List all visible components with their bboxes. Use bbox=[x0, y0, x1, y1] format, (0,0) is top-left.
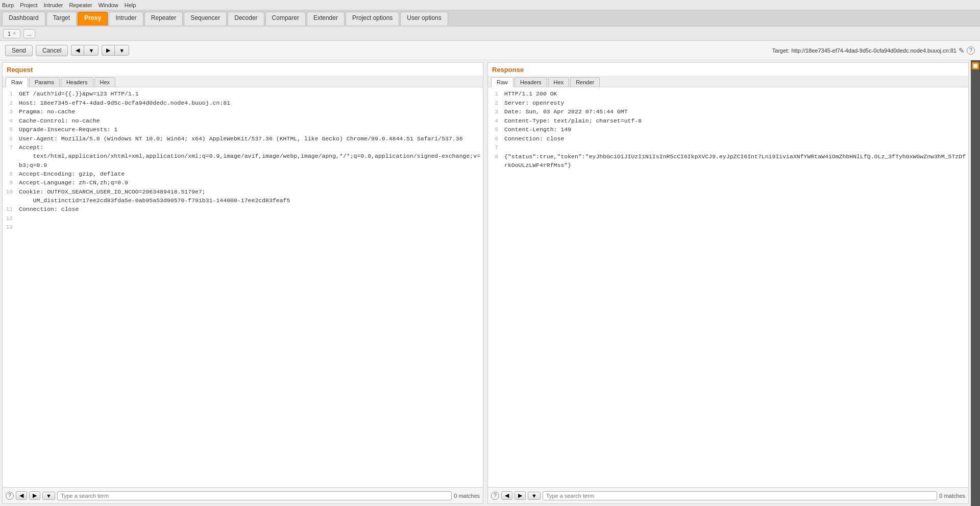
request-search-matches: 0 matches bbox=[454, 493, 480, 499]
table-row: 4 Cache-Control: no-cache bbox=[3, 116, 483, 126]
table-row: 2 Host: 18ee7345-ef74-4dad-9d5c-0cfa94d0… bbox=[3, 99, 483, 108]
table-row: 1 GET /auth?id={{.}}&pw=123 HTTP/1.1 bbox=[3, 89, 483, 99]
side-widget-icon[interactable] bbox=[972, 62, 979, 69]
response-search-help-icon[interactable]: ? bbox=[491, 492, 499, 500]
close-icon[interactable]: × bbox=[13, 31, 16, 36]
help-icon[interactable]: ? bbox=[967, 46, 975, 55]
tab-decoder[interactable]: Decoder bbox=[228, 12, 264, 26]
request-title: Request bbox=[3, 63, 483, 76]
request-search-options[interactable]: ▼ bbox=[42, 492, 55, 500]
request-tab-bar: Raw Params Headers Hex bbox=[3, 76, 483, 87]
request-panel: Request Raw Params Headers Hex 1 GET /au… bbox=[2, 62, 483, 504]
nav-next-group: ▶ ▼ bbox=[102, 45, 129, 56]
menu-intruder[interactable]: Intruder bbox=[44, 2, 63, 8]
response-title: Response bbox=[488, 63, 968, 76]
menu-help[interactable]: Help bbox=[125, 2, 136, 8]
tab-target[interactable]: Target bbox=[46, 12, 77, 26]
repeater-tab-1[interactable]: 1 × bbox=[3, 29, 20, 38]
table-row: 7 bbox=[488, 143, 968, 152]
menu-repeater[interactable]: Repeater bbox=[69, 2, 92, 8]
table-row: 11 Connection: close bbox=[3, 205, 483, 214]
response-tab-headers[interactable]: Headers bbox=[514, 77, 547, 87]
tab-repeater[interactable]: Repeater bbox=[144, 12, 183, 26]
tab-extender[interactable]: Extender bbox=[307, 12, 345, 26]
table-row: 4 Content-Type: text/plain; charset=utf-… bbox=[488, 116, 968, 126]
table-row: 1 HTTP/1.1 200 OK bbox=[488, 89, 968, 99]
table-row: 7 Accept: text/html,application/xhtml+xm… bbox=[3, 143, 483, 170]
table-row: 8 {"status":true,"token":"eyJhbGciOiJIUz… bbox=[488, 152, 968, 170]
repeater-tab-ellipsis[interactable]: ... bbox=[23, 29, 35, 38]
edit-icon[interactable]: ✎ bbox=[959, 46, 965, 55]
cancel-button[interactable]: Cancel bbox=[36, 45, 68, 56]
table-row: 10 Cookie: OUTFOX_SEARCH_USER_ID_NCOO=20… bbox=[3, 187, 483, 205]
menu-bar: Burp Project Intruder Repeater Window He… bbox=[0, 0, 980, 10]
response-tab-raw[interactable]: Raw bbox=[491, 77, 513, 87]
request-search-help-icon[interactable]: ? bbox=[6, 492, 14, 500]
nav-prev-dropdown[interactable]: ▼ bbox=[84, 45, 99, 56]
table-row: 3 Date: Sun, 03 Apr 2022 07:45:44 GMT bbox=[488, 107, 968, 116]
send-button[interactable]: Send bbox=[5, 45, 33, 56]
tab-sequencer[interactable]: Sequencer bbox=[184, 12, 227, 26]
tab-project-options[interactable]: Project options bbox=[346, 12, 399, 26]
repeater-tab-label: 1 bbox=[8, 31, 11, 37]
svg-rect-0 bbox=[973, 64, 977, 68]
nav-next-dropdown[interactable]: ▼ bbox=[114, 45, 129, 56]
side-widget bbox=[971, 60, 980, 506]
request-search-input[interactable] bbox=[57, 491, 452, 500]
table-row: 5 Upgrade-Insecure-Requests: 1 bbox=[3, 125, 483, 134]
response-tab-render[interactable]: Render bbox=[570, 77, 600, 87]
response-search-input[interactable] bbox=[543, 491, 937, 500]
menu-window[interactable]: Window bbox=[99, 2, 118, 8]
table-row: 6 Connection: close bbox=[488, 134, 968, 143]
request-tab-hex[interactable]: Hex bbox=[94, 77, 116, 87]
target-info: Target: http://18ee7345-ef74-4dad-9d5c-0… bbox=[772, 46, 975, 55]
response-search-next[interactable]: ▶ bbox=[514, 491, 526, 500]
request-tab-params[interactable]: Params bbox=[29, 77, 60, 87]
response-search-matches: 0 matches bbox=[939, 493, 965, 499]
response-tab-hex[interactable]: Hex bbox=[548, 77, 570, 87]
target-label: Target: bbox=[772, 47, 790, 54]
table-row: 5 Content-Length: 149 bbox=[488, 125, 968, 134]
tab-proxy[interactable]: Proxy bbox=[78, 12, 108, 26]
main-tab-bar: Dashboard Target Proxy Intruder Repeater… bbox=[0, 10, 980, 27]
tab-comparer[interactable]: Comparer bbox=[265, 12, 306, 26]
table-row: 2 Server: openresty bbox=[488, 99, 968, 108]
table-row: 12 bbox=[3, 214, 483, 223]
table-row: 6 User-Agent: Mozilla/5.0 (Windows NT 10… bbox=[3, 134, 483, 143]
tab-intruder[interactable]: Intruder bbox=[109, 12, 143, 26]
tab-dashboard[interactable]: Dashboard bbox=[2, 12, 45, 26]
target-url: http://18ee7345-ef74-4dad-9d5c-0cfa94d0d… bbox=[791, 47, 957, 54]
toolbar: Send Cancel ◀ ▼ ▶ ▼ Target: http://18ee7… bbox=[0, 41, 980, 60]
request-tab-raw[interactable]: Raw bbox=[6, 77, 28, 87]
repeater-tab-bar: 1 × ... bbox=[0, 27, 980, 41]
table-row: 13 bbox=[3, 223, 483, 232]
request-search-next[interactable]: ▶ bbox=[29, 491, 40, 500]
menu-project[interactable]: Project bbox=[20, 2, 37, 8]
response-tab-bar: Raw Headers Hex Render bbox=[488, 76, 968, 87]
main-content: Request Raw Params Headers Hex 1 GET /au… bbox=[0, 60, 980, 506]
response-code-area[interactable]: 1 HTTP/1.1 200 OK 2 Server: openresty 3 … bbox=[488, 87, 968, 487]
tab-user-options[interactable]: User options bbox=[400, 12, 448, 26]
table-row: 3 Pragma: no-cache bbox=[3, 107, 483, 116]
table-row: 8 Accept-Encoding: gzip, deflate bbox=[3, 170, 483, 179]
request-search-prev[interactable]: ◀ bbox=[16, 491, 27, 500]
request-tab-headers[interactable]: Headers bbox=[61, 77, 93, 87]
request-search-bar: ? ◀ ▶ ▼ 0 matches bbox=[3, 487, 483, 503]
nav-prev-button[interactable]: ◀ bbox=[71, 45, 84, 56]
table-row: 9 Accept-Language: zh-CN,zh;q=0.9 bbox=[3, 178, 483, 187]
response-search-prev[interactable]: ◀ bbox=[501, 491, 512, 500]
nav-next-button[interactable]: ▶ bbox=[102, 45, 114, 56]
menu-burp[interactable]: Burp bbox=[2, 2, 14, 8]
response-search-bar: ? ◀ ▶ ▼ 0 matches bbox=[488, 487, 968, 503]
nav-prev-group: ◀ ▼ bbox=[71, 45, 99, 56]
response-search-options[interactable]: ▼ bbox=[528, 492, 541, 500]
response-panel: Response Raw Headers Hex Render 1 HTTP/1… bbox=[487, 62, 969, 504]
request-code-area[interactable]: 1 GET /auth?id={{.}}&pw=123 HTTP/1.1 2 H… bbox=[3, 87, 483, 487]
